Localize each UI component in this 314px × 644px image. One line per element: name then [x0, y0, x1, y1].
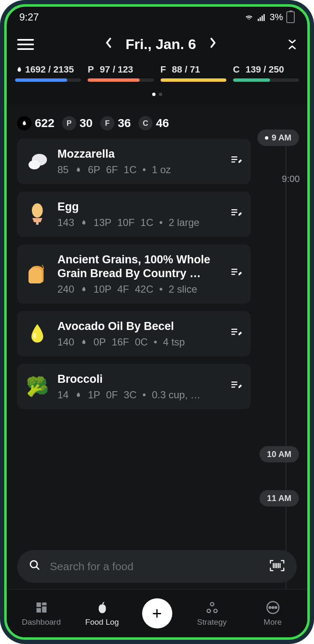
macro-protein[interactable]: P 97 / 123: [88, 64, 153, 82]
edit-food-button[interactable]: [231, 381, 243, 392]
svg-rect-1: [260, 17, 261, 21]
svg-point-40: [272, 607, 273, 608]
meal-carbs: C 46: [138, 116, 169, 130]
prev-day-button[interactable]: [104, 37, 113, 52]
macro-calories[interactable]: 1692 / 2135: [15, 64, 81, 82]
edit-food-button[interactable]: [231, 328, 243, 340]
macro-fat[interactable]: F 88 / 71: [161, 64, 226, 82]
apple-icon: [96, 600, 109, 615]
search-bar[interactable]: [17, 550, 297, 583]
food-card[interactable]: Ancient Grains, 100% Whole Grain Bread B…: [17, 244, 251, 304]
flame-icon: [80, 286, 88, 293]
svg-rect-19: [231, 331, 237, 332]
edit-food-button[interactable]: [231, 268, 243, 280]
broccoli-icon: 🥦: [25, 374, 50, 399]
svg-rect-3: [264, 14, 265, 21]
food-card[interactable]: 🥦 Broccoli 14 1P 0F 3C • 0.3 cup, …: [17, 364, 251, 409]
flame-icon: [80, 338, 88, 346]
meal-fat: F 36: [100, 116, 131, 130]
nav-dashboard[interactable]: Dashboard: [21, 600, 62, 627]
svg-point-5: [29, 160, 40, 169]
time-pill-9am[interactable]: 9 AM: [257, 130, 299, 146]
menu-button[interactable]: [17, 39, 34, 50]
content-area: 622 P 30 F 36 C 46 9 AM 9:0: [7, 104, 307, 637]
add-button[interactable]: +: [142, 598, 172, 628]
svg-line-25: [36, 566, 39, 569]
svg-rect-21: [231, 382, 237, 383]
macro-summary: 1692 / 2135 P 97 / 123 F 88 / 71 C 139 /…: [7, 57, 307, 85]
macro-carbs[interactable]: C 139 / 250: [233, 64, 299, 82]
svg-rect-22: [231, 384, 237, 385]
mozzarella-icon: [25, 149, 50, 174]
egg-icon: [25, 202, 50, 227]
more-icon: [266, 600, 280, 615]
svg-point-35: [210, 602, 214, 606]
food-name: Avocado Oil By Becel: [57, 319, 223, 334]
svg-rect-2: [262, 16, 263, 21]
food-meta: 14 1P 0F 3C • 0.3 cup, …: [57, 389, 223, 401]
page-dots[interactable]: [7, 85, 307, 104]
food-name: Ancient Grains, 100% Whole Grain Bread B…: [57, 253, 223, 281]
status-time: 9:27: [19, 11, 39, 23]
strategy-icon: [205, 600, 219, 615]
bread-icon: [25, 261, 50, 286]
meal-protein: P 30: [62, 116, 93, 130]
search-icon: [29, 559, 41, 574]
svg-point-17: [33, 333, 36, 339]
food-meta: 143 13P 10F 1C • 2 large: [57, 217, 223, 229]
collapse-button[interactable]: [288, 39, 297, 50]
svg-point-36: [207, 609, 210, 613]
svg-rect-31: [36, 602, 41, 607]
svg-rect-10: [36, 222, 39, 225]
food-card[interactable]: Avocado Oil By Becel 140 0P 16F 0C • 4 t…: [17, 311, 251, 356]
svg-rect-6: [231, 156, 237, 158]
date-title[interactable]: Fri., Jan. 6: [125, 36, 196, 52]
svg-rect-8: [231, 161, 235, 163]
edit-food-button[interactable]: [231, 156, 243, 167]
svg-rect-11: [231, 209, 237, 210]
flame-icon: [75, 166, 82, 174]
status-icons: 3%: [244, 11, 295, 23]
svg-point-41: [275, 607, 276, 608]
food-card[interactable]: Mozzarella 85 6P 6F 1C • 1 oz: [17, 139, 251, 184]
meal-calories: 622: [17, 116, 54, 130]
svg-rect-34: [36, 608, 41, 613]
food-meta: 85 6P 6F 1C • 1 oz: [57, 164, 223, 176]
svg-point-9: [32, 203, 43, 218]
svg-rect-14: [231, 269, 237, 270]
nav-strategy[interactable]: Strategy: [191, 600, 233, 627]
svg-rect-18: [231, 329, 237, 330]
food-list: Mozzarella 85 6P 6F 1C • 1 oz Egg 143 13…: [7, 139, 261, 409]
time-pill-10am[interactable]: 10 AM: [260, 446, 299, 462]
macro-carbs-fill: [233, 78, 270, 82]
food-card[interactable]: Egg 143 13P 10F 1C • 2 large: [17, 192, 251, 237]
search-input[interactable]: [50, 560, 260, 573]
edit-food-button[interactable]: [231, 208, 243, 220]
svg-rect-16: [231, 274, 235, 275]
wifi-icon: [244, 13, 254, 22]
svg-point-37: [214, 609, 217, 613]
oil-drop-icon: [25, 321, 50, 346]
macro-fat-fill: [161, 78, 226, 82]
nav-more[interactable]: More: [252, 600, 294, 627]
time-label-900: 9:00: [282, 174, 300, 184]
flame-icon: [17, 116, 31, 130]
nav-food-log[interactable]: Food Log: [81, 600, 123, 627]
food-name: Broccoli: [57, 372, 223, 387]
svg-point-39: [269, 607, 270, 608]
battery-icon: [286, 11, 295, 23]
battery-percent: 3%: [270, 12, 283, 23]
svg-rect-20: [231, 334, 235, 335]
food-meta: 240 10P 4F 42C • 2 slice: [57, 283, 223, 295]
food-name: Mozzarella: [57, 147, 223, 161]
next-day-button[interactable]: [209, 37, 217, 52]
flame-icon: [75, 391, 82, 399]
time-pill-11am[interactable]: 11 AM: [260, 490, 299, 506]
macro-calories-fill: [15, 78, 67, 82]
barcode-icon[interactable]: [269, 559, 285, 574]
flame-icon: [15, 65, 23, 74]
macro-protein-fill: [88, 78, 140, 82]
svg-rect-12: [231, 212, 237, 213]
signal-icon: [257, 13, 266, 22]
food-meta: 140 0P 16F 0C • 4 tsp: [57, 336, 223, 348]
